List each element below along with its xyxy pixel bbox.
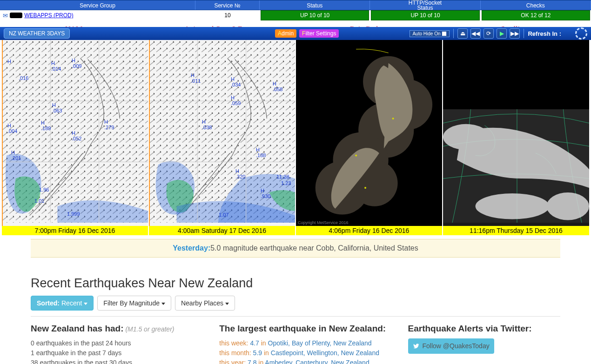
filter-magnitude-button[interactable]: Filter By Magnitude (97, 296, 171, 311)
col-twitter: Earthquake Alerts via Twitter: Follow @Q… (408, 322, 560, 364)
pressure-label: H .279 (104, 119, 114, 130)
pressure-label: H .014 (51, 60, 61, 72)
pressure-label: H .038 (202, 119, 212, 130)
map-wind-a: H.016H .014H .009H .063H .189H .004H .20… (2, 40, 148, 235)
pressure-label: 11.28 (276, 174, 289, 179)
filter-settings-button[interactable]: Filter Settings (299, 29, 339, 38)
pressure-label: H .058 (273, 81, 282, 92)
forward-icon[interactable]: ▶▶ (510, 28, 520, 39)
maps-row: H.016H .014H .009H .063H .189H .004H .20… (2, 40, 589, 235)
largest-row: this month: 5.9 in Castlepoint, Wellingt… (219, 348, 398, 358)
pressure-label: 1.01 (34, 198, 44, 204)
pressure-label: H .034 (231, 76, 241, 87)
pressure-label: H .201 (11, 150, 21, 161)
satellite-image (443, 40, 589, 226)
map-satellite: 11:16pm Thursday 15 Dec 2016 (443, 40, 589, 235)
mail-icon[interactable]: ✉ (3, 12, 8, 19)
app-link[interactable]: WEBAPPS (PROD) (24, 12, 73, 19)
checks-pill: OK 12 of 12 (482, 10, 590, 20)
map-wind-b: H .011H .059H .058H .034H .038H .188H .3… (149, 40, 295, 235)
col-service-group: Service Group (0, 0, 195, 10)
map-time-b: 4:00am Saturday 17 Dec 2016 (149, 226, 295, 235)
frame-divider (149, 40, 150, 226)
pressure-label: 1.96 (39, 187, 49, 192)
info-columns: New Zealand has had: (M1.5 or greater) 0… (31, 316, 560, 364)
play-icon[interactable]: ▶ (497, 28, 507, 39)
largest-row: this week: 4.7 in Opotiki, Bay of Plenty… (219, 338, 398, 348)
status-header: Service Group Service № Status HTTP/Sock… (0, 0, 591, 10)
eject-icon[interactable]: ⏏ (457, 28, 468, 39)
largest-row: this year: 7.8 in Amberley, Canterbury, … (219, 358, 398, 364)
svg-point-23 (547, 192, 589, 220)
tab-nz-weather[interactable]: NZ WEATHER 3DAYS (4, 28, 70, 39)
loading-spinner-icon (575, 27, 587, 40)
svg-point-18 (355, 154, 357, 156)
pressure-label: H .052 (72, 130, 81, 141)
admin-button[interactable]: Admin (275, 29, 296, 38)
radar-image: Copyright MetService 2016 (296, 40, 442, 226)
wind-chart-b: H .011H .059H .058H .034H .038H .188H .3… (149, 40, 295, 226)
svg-point-17 (364, 187, 366, 189)
filter-button-row: Sorted: Recent Filter By Magnitude Nearb… (31, 296, 235, 311)
redacted-badge (10, 13, 22, 18)
wind-chart-a: H.016H .014H .009H .063H .189H .004H .20… (2, 40, 148, 226)
col-largest: The largest earthquake in New Zealand: t… (219, 322, 398, 364)
pressure-label: H .188 (256, 147, 266, 158)
stat-line: 38 earthquakes in the past 30 days (31, 358, 210, 364)
pressure-label: H (7, 59, 11, 64)
rewind-icon[interactable]: ◀◀ (470, 28, 481, 39)
separator (453, 29, 454, 38)
status-pill: UP 10 of 10 (261, 10, 369, 20)
svg-point-22 (476, 193, 550, 219)
col-checks: Checks (481, 0, 591, 10)
auto-hide-toggle[interactable]: Auto Hide On (410, 30, 450, 37)
toolbar: NZ WEATHER 3DAYS Admin Filter Settings A… (0, 27, 591, 40)
map-time-c: 4:06pm Friday 16 Dec 2016 (296, 226, 442, 235)
separator (524, 29, 524, 38)
stats-title: New Zealand has had: (31, 324, 124, 333)
col-status: Status (260, 0, 370, 10)
caret-down-icon (84, 303, 87, 305)
pressure-label: H .320 (235, 168, 245, 179)
twitter-title: Earthquake Alerts via Twitter: (408, 324, 532, 333)
col-stats: New Zealand has had: (M1.5 or greater) 0… (31, 322, 210, 364)
col-http-socket: HTTP/Socket Status (370, 0, 480, 10)
alert-text: 5.0 magnitude earthquake near Cobb, Cali… (210, 244, 418, 252)
sorted-button[interactable]: Sorted: Recent (31, 296, 94, 311)
pressure-label: H .930 (261, 188, 270, 199)
pressure-label: 1.999 (67, 211, 80, 217)
stats-subtitle: (M1.5 or greater) (124, 325, 175, 333)
frame-divider (2, 40, 3, 226)
status-row: ✉ WEBAPPS (PROD) 10 UP 10 of 10 UP 10 of… (0, 10, 591, 20)
largest-title: The largest earthquake in New Zealand: (219, 324, 386, 333)
alert-prefix: Yesterday: (173, 244, 210, 252)
stat-line: 1 earthquake in the past 7 days (31, 348, 210, 358)
alert-bar[interactable]: Yesterday: 5.0 magnitude earthquake near… (31, 239, 560, 258)
twitter-follow-button[interactable]: Follow @QuakesToday (408, 338, 494, 354)
recent-earthquakes-heading: Recent Earthquakes Near New Zealand (31, 276, 253, 291)
map-time-a: 7:00pm Friday 16 Dec 2016 (2, 226, 148, 235)
stat-line: 0 earthquakes in the past 24 hours (31, 338, 210, 348)
pressure-label: 1.07 (219, 212, 228, 218)
map-radar: Copyright MetService 2016 4:06pm Friday … (296, 40, 442, 235)
pressure-label: H .011 (191, 73, 201, 84)
pressure-label: H .004 (7, 123, 17, 134)
refresh-in-label: Refresh In : (528, 30, 561, 37)
caret-down-icon (161, 303, 165, 305)
pressure-label: H .189 (41, 120, 51, 131)
refresh-icon[interactable]: ⟳ (484, 28, 494, 39)
http-pill: UP 10 of 10 (371, 10, 479, 20)
pressure-label: .016 (19, 75, 28, 81)
map-time-d: 11:16pm Thursday 15 Dec 2016 (443, 226, 589, 235)
twitter-icon (413, 343, 420, 349)
pressure-label: H .009 (72, 58, 81, 69)
pressure-label: H .063 (52, 102, 62, 113)
service-number: 10 (195, 12, 260, 19)
nearby-places-button[interactable]: Nearby Places (175, 296, 235, 311)
caret-down-icon (225, 303, 229, 305)
radar-copyright: Copyright MetService 2016 (298, 220, 349, 225)
svg-point-16 (392, 118, 394, 119)
pressure-label: 1.23 (281, 180, 291, 186)
pressure-label: H .059 (231, 95, 241, 106)
col-service-no: Service № (195, 0, 260, 10)
